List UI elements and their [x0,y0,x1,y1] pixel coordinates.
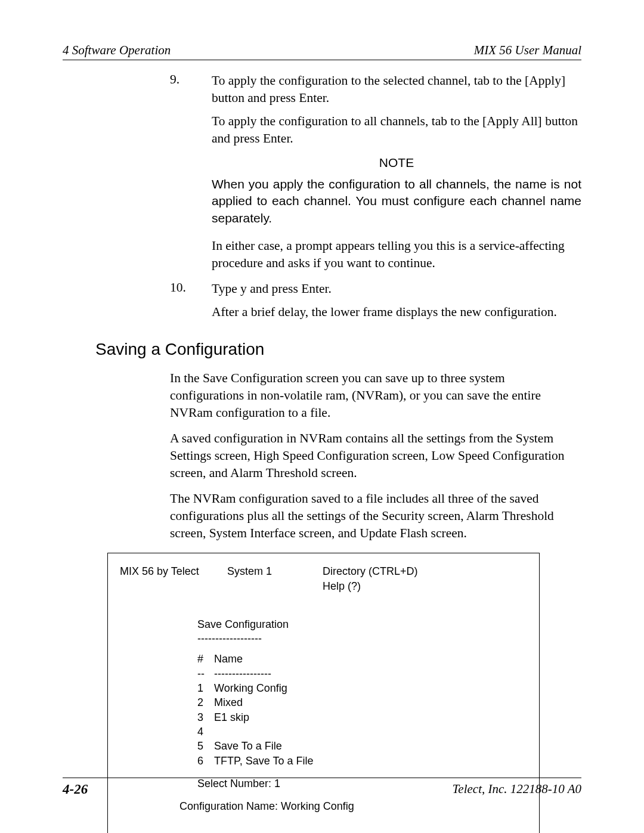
step-text: Type y and press Enter. [212,280,581,298]
terminal-help: Help (?) [323,579,418,593]
running-head: 4 Software Operation MIX 56 User Manual [63,43,581,58]
row-num: 5 [197,739,214,753]
section-paragraph: A saved configuration in NVRam contains … [170,430,581,482]
row-num: 3 [197,710,214,724]
step-text: To apply the configuration to the select… [212,72,581,107]
section-paragraph: The NVRam configuration saved to a file … [170,490,581,542]
terminal-title: Save Configuration [197,617,527,631]
table-row: 2 Mixed [197,695,527,710]
table-row: 6 TFTP, Save To a File [197,754,527,768]
step-9-followup: To apply the configuration to all channe… [212,113,581,147]
header-rule [63,60,581,60]
note-body: When you apply the configuration to all … [212,176,581,227]
table-row: 3 E1 skip [197,710,527,724]
section-paragraph: In the Save Configuration screen you can… [170,370,581,422]
terminal-directory: Directory (CTRL+D) [323,564,418,578]
terminal-system: System 1 [227,564,323,593]
step-9-followup-2: In either case, a prompt appears telling… [212,237,581,272]
footer-publisher: Telect, Inc. 122188-10 A0 [453,782,581,797]
step-number: 9. [170,72,212,107]
header-right: MIX 56 User Manual [474,43,581,58]
terminal-brand: MIX 56 by Telect [120,564,227,593]
terminal-underline: ------------------ [197,631,527,646]
col-num-header: # [197,652,214,666]
row-name: Working Config [214,681,287,695]
row-name: TFTP, Save To a File [214,754,313,768]
step-number: 10. [170,280,212,298]
col-num-underline: -- [197,667,214,681]
step-10-followup: After a brief delay, the lower frame dis… [212,304,581,321]
header-left: 4 Software Operation [63,43,171,58]
terminal-header-row: # Name [197,652,527,666]
page-number: 4-26 [63,782,88,797]
terminal-config-name: Configuration Name: Working Config [179,799,527,813]
step-9: 9. To apply the configuration to the sel… [170,72,581,107]
terminal-underline-row: -- ---------------- [197,667,527,681]
note-label: NOTE [212,156,581,170]
row-name: Save To a File [214,739,282,753]
row-num: 1 [197,681,214,695]
row-num: 2 [197,695,214,710]
row-name: Mixed [214,695,243,710]
table-row: 4 [197,724,527,739]
row-num: 6 [197,754,214,768]
row-name: E1 skip [214,710,249,724]
table-row: 1 Working Config [197,681,527,695]
col-name-header: Name [214,652,243,666]
col-name-underline: ---------------- [214,667,271,681]
row-num: 4 [197,724,214,739]
step-10: 10. Type y and press Enter. [170,280,581,298]
table-row: 5 Save To a File [197,739,527,753]
footer-rule [63,778,581,778]
section-heading: Saving a Configuration [95,340,581,359]
page-footer: 4-26 Telect, Inc. 122188-10 A0 [63,778,581,797]
